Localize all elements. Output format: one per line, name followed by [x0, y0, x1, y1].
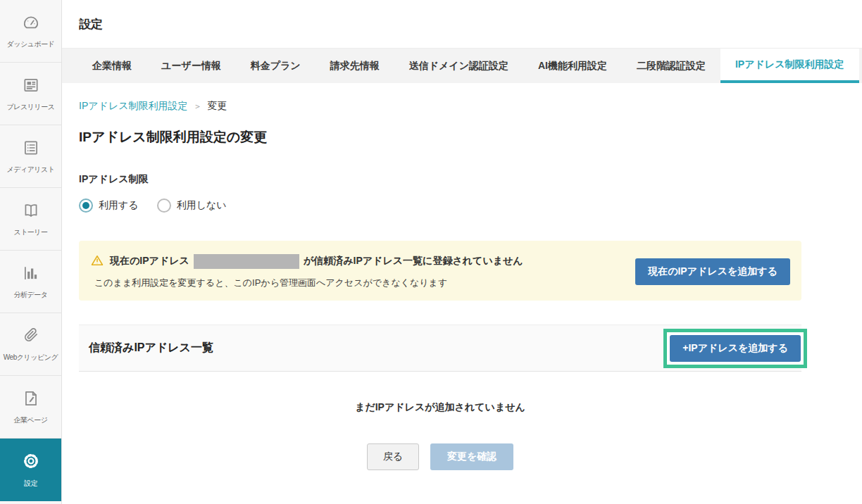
add-current-ip-button[interactable]: 現在のIPアドレスを追加する	[635, 258, 790, 285]
tab-ip-restriction[interactable]: IPアドレス制限利用設定	[720, 49, 859, 83]
radio-unselected-icon	[157, 199, 171, 213]
breadcrumb-current: 変更	[208, 100, 227, 113]
tab-billing-info[interactable]: 請求先情報	[316, 49, 394, 83]
content: IPアドレス制限利用設定 ＞ 変更 IPアドレス制限利用設定の変更 IPアドレス…	[79, 100, 801, 470]
redacted-ip-address	[194, 254, 299, 269]
sidebar-item-label: プレスリリース	[7, 102, 55, 112]
annotation-highlight-box: +IPアドレスを追加する	[663, 329, 807, 368]
warning-line2: このまま利用設定を変更すると、このIPから管理画面へアクセスができなくなります	[94, 277, 618, 289]
warning-text: 現在のIPアドレスが信頼済みIPアドレス一覧に登録されていません このまま利用設…	[90, 253, 618, 289]
empty-list-message: まだIPアドレスが追加されていません	[79, 401, 801, 414]
dashboard-icon	[22, 13, 40, 34]
tab-sending-domain-auth[interactable]: 送信ドメイン認証設定	[394, 49, 523, 83]
add-ip-address-button[interactable]: +IPアドレスを追加する	[670, 335, 801, 362]
sidebar-item-label: Webクリッピング	[4, 353, 58, 363]
warning-triangle-icon	[90, 253, 104, 270]
warning-line1: 現在のIPアドレスが信頼済みIPアドレス一覧に登録されていません	[90, 253, 618, 270]
sidebar-item-story[interactable]: ストーリー	[0, 188, 61, 251]
radio-not-use-label: 利用しない	[177, 199, 227, 212]
tab-price-plan[interactable]: 料金プラン	[236, 49, 316, 83]
ip-restriction-field-label: IPアドレス制限	[79, 173, 801, 186]
sidebar-item-label: 企業ページ	[14, 415, 48, 425]
back-button[interactable]: 戻る	[367, 443, 419, 470]
sidebar-item-label: 分析データ	[14, 290, 48, 300]
press-release-icon	[22, 76, 40, 97]
page-heading: IPアドレス制限利用設定の変更	[79, 128, 801, 146]
radio-not-use[interactable]: 利用しない	[157, 199, 227, 213]
settings-tabbar: 企業情報 ユーザー情報 料金プラン 請求先情報 送信ドメイン認証設定 AI機能利…	[62, 48, 862, 83]
app-header: 設定	[62, 0, 862, 48]
sidebar: ダッシュボード プレスリリース	[0, 0, 62, 504]
web-clipping-icon	[22, 327, 40, 348]
sidebar-item-label: ダッシュボード	[7, 39, 55, 49]
trusted-ip-list-title: 信頼済みIPアドレス一覧	[89, 341, 213, 355]
sidebar-item-press-release[interactable]: プレスリリース	[0, 63, 61, 125]
breadcrumb-separator-icon: ＞	[194, 101, 202, 113]
breadcrumb: IPアドレス制限利用設定 ＞ 変更	[79, 100, 801, 113]
sidebar-item-label: ストーリー	[13, 227, 47, 237]
sidebar-item-dashboard[interactable]: ダッシュボード	[0, 0, 61, 63]
tab-ai-feature[interactable]: AI機能利用設定	[523, 49, 622, 83]
company-page-icon	[22, 389, 40, 410]
sidebar-item-label: 設定	[24, 479, 37, 489]
breadcrumb-link-ip-restriction[interactable]: IPアドレス制限利用設定	[79, 100, 188, 113]
main-area: 設定 企業情報 ユーザー情報 料金プラン 請求先情報 送信ドメイン認証設定 AI…	[62, 0, 862, 504]
radio-use[interactable]: 利用する	[79, 199, 139, 213]
tab-company-info[interactable]: 企業情報	[77, 49, 146, 83]
settings-icon	[21, 451, 41, 474]
sidebar-item-analytics[interactable]: 分析データ	[0, 251, 61, 313]
warning-banner: 現在のIPアドレスが信頼済みIPアドレス一覧に登録されていません このまま利用設…	[79, 241, 801, 301]
bottom-actions: 戻る 変更を確認	[79, 443, 801, 470]
analytics-icon	[22, 264, 40, 285]
trusted-ip-list-header: 信頼済みIPアドレス一覧 +IPアドレスを追加する	[79, 325, 801, 372]
sidebar-item-media-list[interactable]: メディアリスト	[0, 125, 61, 188]
sidebar-item-settings[interactable]: 設定	[0, 439, 61, 501]
radio-selected-icon	[79, 199, 93, 213]
warning-line1-text: 現在のIPアドレスが信頼済みIPアドレス一覧に登録されていません	[110, 254, 523, 269]
confirm-changes-button[interactable]: 変更を確認	[430, 443, 513, 470]
story-icon	[22, 201, 40, 222]
media-list-icon	[22, 139, 40, 160]
sidebar-item-label: メディアリスト	[6, 165, 54, 175]
tab-user-info[interactable]: ユーザー情報	[146, 49, 236, 83]
sidebar-item-company-page[interactable]: 企業ページ	[0, 376, 61, 439]
page-title: 設定	[79, 16, 103, 32]
sidebar-item-web-clipping[interactable]: Webクリッピング	[0, 313, 61, 376]
ip-restriction-radio-group: 利用する 利用しない	[79, 199, 801, 213]
radio-use-label: 利用する	[99, 199, 139, 212]
tab-two-factor-auth[interactable]: 二段階認証設定	[622, 49, 720, 83]
